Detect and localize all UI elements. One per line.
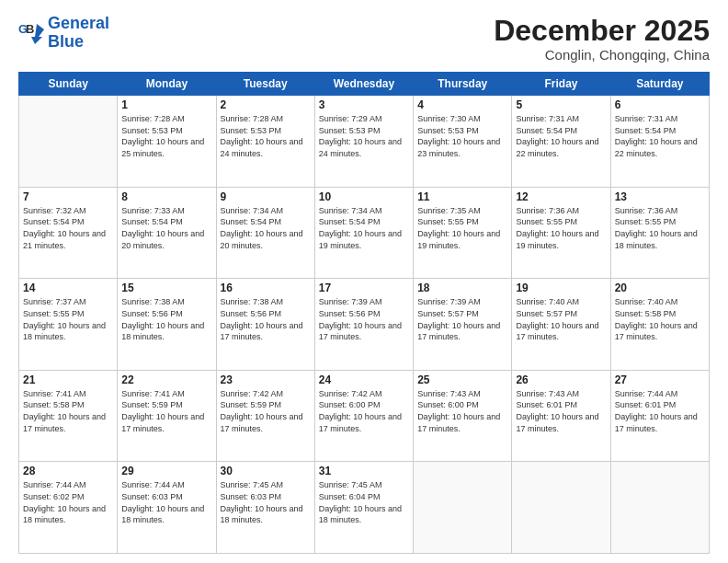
day-number: 21 (23, 373, 113, 386)
day-info: Sunrise: 7:34 AMSunset: 5:54 PMDaylight:… (319, 205, 409, 251)
day-number: 9 (221, 190, 311, 203)
day-number: 16 (221, 282, 311, 294)
calendar-cell: 26Sunrise: 7:43 AMSunset: 6:01 PMDayligh… (512, 370, 610, 462)
col-wednesday: Wednesday (314, 73, 413, 96)
calendar-cell: 31Sunrise: 7:45 AMSunset: 6:04 PMDayligh… (314, 462, 413, 554)
calendar-cell (414, 462, 512, 554)
day-info: Sunrise: 7:42 AMSunset: 6:00 PMDaylight:… (319, 388, 409, 434)
day-number: 7 (23, 190, 113, 203)
day-info: Sunrise: 7:30 AMSunset: 5:53 PMDaylight:… (417, 113, 507, 159)
day-info: Sunrise: 7:31 AMSunset: 5:54 PMDaylight:… (615, 113, 705, 159)
day-number: 22 (121, 373, 211, 386)
month-title: December 2025 (494, 15, 710, 47)
col-tuesday: Tuesday (216, 73, 314, 96)
calendar-cell (19, 96, 118, 188)
calendar-cell: 11Sunrise: 7:35 AMSunset: 5:55 PMDayligh… (414, 187, 512, 279)
day-info: Sunrise: 7:36 AMSunset: 5:55 PMDaylight:… (615, 205, 705, 251)
calendar-cell: 1Sunrise: 7:28 AMSunset: 5:53 PMDaylight… (118, 96, 216, 188)
day-number: 11 (417, 190, 507, 203)
calendar-cell: 4Sunrise: 7:30 AMSunset: 5:53 PMDaylight… (414, 96, 512, 188)
day-info: Sunrise: 7:32 AMSunset: 5:54 PMDaylight:… (23, 205, 113, 251)
page: G B General Blue December 2025 Conglin, … (0, 0, 728, 563)
title-block: December 2025 Conglin, Chongqing, China (494, 15, 710, 63)
calendar-cell: 28Sunrise: 7:44 AMSunset: 6:02 PMDayligh… (19, 462, 118, 554)
day-info: Sunrise: 7:38 AMSunset: 5:56 PMDaylight:… (221, 296, 311, 342)
day-info: Sunrise: 7:31 AMSunset: 5:54 PMDaylight:… (516, 113, 606, 159)
day-number: 8 (121, 190, 211, 203)
day-info: Sunrise: 7:43 AMSunset: 6:01 PMDaylight:… (516, 388, 606, 434)
calendar-cell: 30Sunrise: 7:45 AMSunset: 6:03 PMDayligh… (216, 462, 314, 554)
calendar-week-5: 28Sunrise: 7:44 AMSunset: 6:02 PMDayligh… (19, 462, 710, 554)
day-number: 25 (417, 373, 507, 386)
day-info: Sunrise: 7:44 AMSunset: 6:03 PMDaylight:… (121, 479, 211, 525)
header: G B General Blue December 2025 Conglin, … (18, 15, 710, 63)
calendar-cell: 18Sunrise: 7:39 AMSunset: 5:57 PMDayligh… (414, 279, 512, 371)
calendar-cell (512, 462, 610, 554)
calendar-cell: 7Sunrise: 7:32 AMSunset: 5:54 PMDaylight… (19, 187, 118, 279)
day-info: Sunrise: 7:36 AMSunset: 5:55 PMDaylight:… (516, 205, 606, 251)
calendar-week-1: 1Sunrise: 7:28 AMSunset: 5:53 PMDaylight… (19, 96, 710, 188)
logo-general: General (48, 14, 109, 32)
day-number: 15 (121, 282, 211, 294)
day-info: Sunrise: 7:37 AMSunset: 5:55 PMDaylight:… (23, 296, 113, 342)
day-number: 27 (615, 373, 705, 386)
calendar-week-4: 21Sunrise: 7:41 AMSunset: 5:58 PMDayligh… (19, 370, 710, 462)
calendar-cell: 19Sunrise: 7:40 AMSunset: 5:57 PMDayligh… (512, 279, 610, 371)
day-number: 20 (615, 282, 705, 294)
day-number: 13 (615, 190, 705, 203)
day-number: 24 (319, 373, 409, 386)
col-saturday: Saturday (610, 73, 709, 96)
calendar-cell: 22Sunrise: 7:41 AMSunset: 5:59 PMDayligh… (118, 370, 216, 462)
logo-icon: G B (18, 20, 44, 46)
day-number: 23 (221, 373, 311, 386)
calendar-week-3: 14Sunrise: 7:37 AMSunset: 5:55 PMDayligh… (19, 279, 710, 371)
calendar-cell: 13Sunrise: 7:36 AMSunset: 5:55 PMDayligh… (610, 187, 709, 279)
day-info: Sunrise: 7:38 AMSunset: 5:56 PMDaylight:… (121, 296, 211, 342)
day-number: 4 (417, 98, 507, 111)
day-number: 29 (121, 465, 211, 477)
calendar-cell: 9Sunrise: 7:34 AMSunset: 5:54 PMDaylight… (216, 187, 314, 279)
day-number: 17 (319, 282, 409, 294)
day-info: Sunrise: 7:41 AMSunset: 5:58 PMDaylight:… (23, 388, 113, 434)
logo-blue: Blue (48, 32, 84, 51)
day-info: Sunrise: 7:44 AMSunset: 6:02 PMDaylight:… (23, 479, 113, 525)
location: Conglin, Chongqing, China (494, 47, 710, 63)
day-info: Sunrise: 7:35 AMSunset: 5:55 PMDaylight:… (417, 205, 507, 251)
calendar-cell: 3Sunrise: 7:29 AMSunset: 5:53 PMDaylight… (314, 96, 413, 188)
calendar-cell: 23Sunrise: 7:42 AMSunset: 5:59 PMDayligh… (216, 370, 314, 462)
day-info: Sunrise: 7:33 AMSunset: 5:54 PMDaylight:… (121, 205, 211, 251)
day-number: 31 (319, 465, 409, 477)
calendar-cell: 16Sunrise: 7:38 AMSunset: 5:56 PMDayligh… (216, 279, 314, 371)
day-number: 18 (417, 282, 507, 294)
calendar-cell: 8Sunrise: 7:33 AMSunset: 5:54 PMDaylight… (118, 187, 216, 279)
calendar-header-row: Sunday Monday Tuesday Wednesday Thursday… (19, 73, 710, 96)
day-info: Sunrise: 7:42 AMSunset: 5:59 PMDaylight:… (221, 388, 311, 434)
day-number: 6 (615, 98, 705, 111)
calendar-cell: 5Sunrise: 7:31 AMSunset: 5:54 PMDaylight… (512, 96, 610, 188)
calendar-cell: 17Sunrise: 7:39 AMSunset: 5:56 PMDayligh… (314, 279, 413, 371)
day-number: 2 (221, 98, 311, 111)
calendar-cell: 2Sunrise: 7:28 AMSunset: 5:53 PMDaylight… (216, 96, 314, 188)
day-number: 28 (23, 465, 113, 477)
day-number: 3 (319, 98, 409, 111)
day-info: Sunrise: 7:29 AMSunset: 5:53 PMDaylight:… (319, 113, 409, 159)
logo-text: General Blue (48, 15, 109, 52)
calendar-cell: 25Sunrise: 7:43 AMSunset: 6:00 PMDayligh… (414, 370, 512, 462)
day-info: Sunrise: 7:39 AMSunset: 5:57 PMDaylight:… (417, 296, 507, 342)
calendar-cell: 24Sunrise: 7:42 AMSunset: 6:00 PMDayligh… (314, 370, 413, 462)
calendar-cell: 29Sunrise: 7:44 AMSunset: 6:03 PMDayligh… (118, 462, 216, 554)
day-info: Sunrise: 7:45 AMSunset: 6:04 PMDaylight:… (319, 479, 409, 525)
day-number: 26 (516, 373, 606, 386)
day-info: Sunrise: 7:45 AMSunset: 6:03 PMDaylight:… (221, 479, 311, 525)
col-friday: Friday (512, 73, 610, 96)
calendar-cell: 14Sunrise: 7:37 AMSunset: 5:55 PMDayligh… (19, 279, 118, 371)
day-info: Sunrise: 7:28 AMSunset: 5:53 PMDaylight:… (221, 113, 311, 159)
day-info: Sunrise: 7:28 AMSunset: 5:53 PMDaylight:… (121, 113, 211, 159)
day-info: Sunrise: 7:34 AMSunset: 5:54 PMDaylight:… (221, 205, 311, 251)
day-number: 19 (516, 282, 606, 294)
calendar-cell: 10Sunrise: 7:34 AMSunset: 5:54 PMDayligh… (314, 187, 413, 279)
day-number: 5 (516, 98, 606, 111)
day-info: Sunrise: 7:39 AMSunset: 5:56 PMDaylight:… (319, 296, 409, 342)
day-number: 10 (319, 190, 409, 203)
day-number: 14 (23, 282, 113, 294)
